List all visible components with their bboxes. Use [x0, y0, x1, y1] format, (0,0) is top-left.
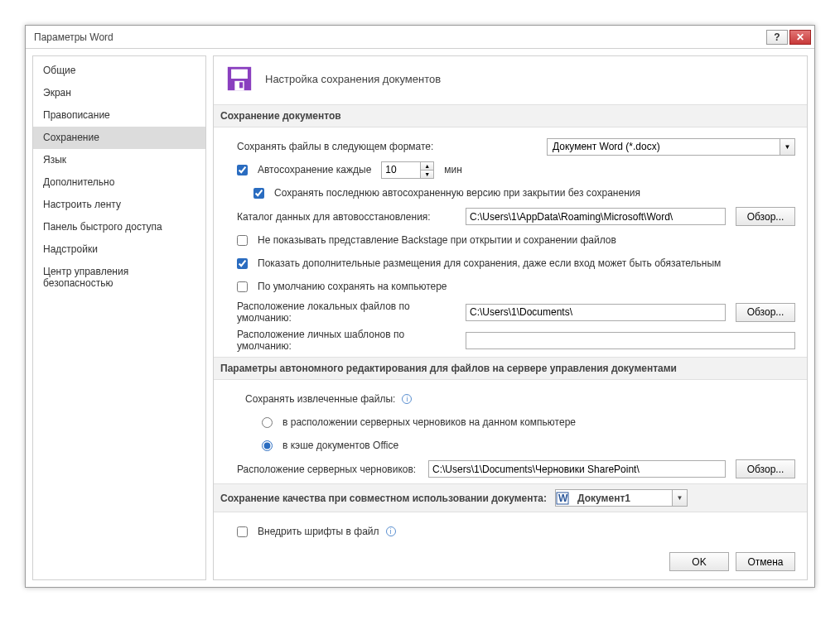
keep-last-autosave-checkbox[interactable]: [253, 188, 264, 199]
default-local-label: По умолчанию сохранять на компьютере: [258, 281, 447, 292]
page-title: Настройка сохранения документов: [265, 73, 441, 85]
autosave-interval-input[interactable]: [381, 161, 421, 179]
svg-text:W: W: [558, 493, 568, 504]
no-backstage-checkbox[interactable]: [237, 235, 248, 246]
show-extra-locations-label: Показать дополнительные размещения для с…: [258, 257, 721, 269]
sidebar-item-quick-access[interactable]: Панель быстрого доступа: [33, 216, 205, 238]
section-save-documents: Сохранение документов: [214, 104, 807, 127]
sidebar-item-addins[interactable]: Надстройки: [33, 238, 205, 261]
section-preserve-fidelity: Сохранение качества при совместном испол…: [214, 483, 807, 512]
help-button[interactable]: ?: [766, 30, 788, 45]
sidebar-item-display[interactable]: Экран: [33, 82, 205, 104]
chevron-down-icon: ▼: [780, 139, 794, 155]
save-format-select[interactable]: Документ Word (*.docx)▼: [547, 138, 795, 156]
sidebar-item-customize-ribbon[interactable]: Настроить ленту: [33, 194, 205, 216]
sidebar-item-proofing[interactable]: Правописание: [33, 104, 205, 127]
embed-fonts-checkbox[interactable]: [237, 526, 248, 537]
local-files-input[interactable]: [466, 304, 726, 321]
sidebar-item-save[interactable]: Сохранение: [33, 127, 205, 149]
cancel-button[interactable]: Отмена: [736, 552, 795, 571]
save-icon: [225, 65, 253, 93]
show-extra-locations-checkbox[interactable]: [237, 258, 248, 269]
dialog-footer: OK Отмена: [214, 544, 807, 579]
sidebar-item-trust-center[interactable]: Центр управления безопасностью: [33, 261, 205, 295]
embed-fonts-label: Внедрить шрифты в файл: [258, 526, 379, 537]
server-drafts-browse-button[interactable]: Обзор...: [736, 459, 795, 478]
category-sidebar: Общие Экран Правописание Сохранение Язык…: [32, 55, 206, 580]
sidebar-item-advanced[interactable]: Дополнительно: [33, 171, 205, 194]
keep-last-autosave-label: Сохранять последнюю автосохраненную верс…: [274, 187, 640, 199]
default-local-checkbox[interactable]: [237, 281, 248, 292]
autosave-unit: мин: [444, 164, 462, 175]
local-files-label: Расположение локальных файлов по умолчан…: [237, 300, 461, 324]
sidebar-item-language[interactable]: Язык: [33, 149, 205, 171]
extracted-server-label: в расположении серверных черновиков на д…: [282, 416, 576, 428]
section-offline-editing: Параметры автономного редактирования для…: [214, 357, 807, 380]
chevron-down-icon: ▼: [672, 490, 687, 506]
templates-input[interactable]: [466, 332, 795, 349]
info-icon[interactable]: i: [386, 526, 396, 536]
ok-button[interactable]: OK: [669, 552, 729, 571]
autosave-label: Автосохранение каждые: [258, 164, 371, 175]
recovery-dir-browse-button[interactable]: Обзор...: [736, 207, 795, 226]
close-button[interactable]: ✕: [789, 30, 811, 45]
main-panel: Настройка сохранения документов Сохранен…: [213, 55, 808, 580]
no-backstage-label: Не показывать представление Backstage пр…: [258, 234, 616, 246]
extracted-server-radio[interactable]: [262, 417, 273, 428]
extracted-cache-radio[interactable]: [262, 440, 273, 451]
preserve-fidelity-label: Сохранение качества при совместном испол…: [220, 493, 547, 504]
word-options-dialog: Параметры Word ? ✕ Общие Экран Правописа…: [25, 25, 815, 588]
svg-rect-1: [231, 70, 248, 79]
recovery-dir-input[interactable]: [466, 208, 726, 225]
info-icon[interactable]: i: [402, 394, 412, 404]
templates-label: Расположение личных шаблонов по умолчани…: [237, 329, 461, 352]
window-title: Параметры Word: [34, 31, 113, 43]
recovery-dir-label: Каталог данных для автовосстановления:: [237, 211, 461, 223]
word-doc-icon: W: [556, 492, 569, 505]
save-format-label: Сохранять файлы в следующем формате:: [237, 141, 433, 152]
titlebar: Параметры Word ? ✕: [26, 26, 814, 49]
autosave-checkbox[interactable]: [237, 165, 248, 175]
server-drafts-label: Расположение серверных черновиков:: [237, 464, 423, 475]
local-files-browse-button[interactable]: Обзор...: [736, 303, 795, 322]
autosave-spinner[interactable]: ▲▼: [421, 161, 434, 179]
preserve-fidelity-doc-select[interactable]: W Документ1▼: [555, 489, 688, 507]
extracted-cache-label: в кэше документов Office: [282, 440, 398, 451]
save-extracted-label: Сохранять извлеченные файлы:: [245, 393, 395, 405]
svg-rect-3: [239, 82, 243, 88]
server-drafts-input[interactable]: [428, 460, 726, 478]
sidebar-item-general[interactable]: Общие: [33, 60, 205, 82]
